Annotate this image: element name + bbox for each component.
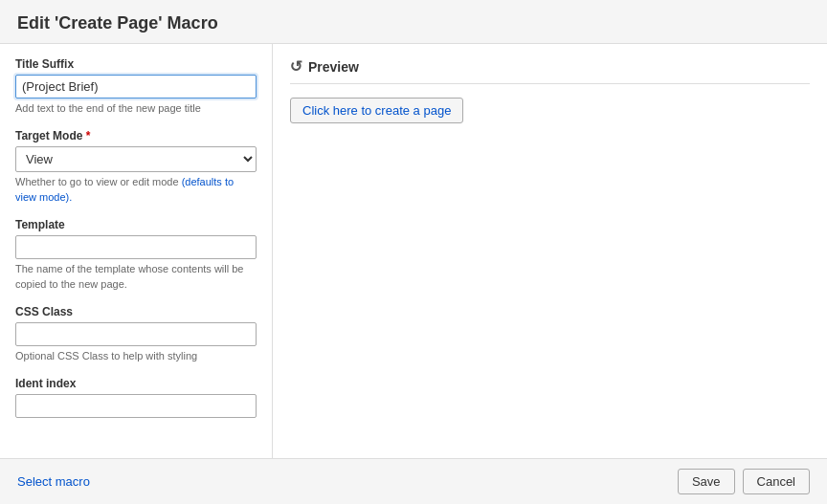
dialog-footer: Select macro Save Cancel bbox=[0, 458, 827, 504]
dialog-body: Title Suffix Add text to the end of the … bbox=[0, 44, 827, 458]
label-target-mode: Target Mode * bbox=[15, 129, 257, 142]
select-target-mode[interactable]: View Edit bbox=[15, 146, 257, 172]
required-marker: * bbox=[86, 129, 91, 142]
field-group-target-mode: Target Mode * View Edit Whether to go to… bbox=[15, 129, 257, 205]
footer-left: Select macro bbox=[17, 474, 90, 489]
field-group-title-suffix: Title Suffix Add text to the end of the … bbox=[15, 57, 257, 116]
input-title-suffix[interactable] bbox=[15, 75, 257, 99]
hint-css-class: Optional CSS Class to help with styling bbox=[15, 349, 257, 363]
hint-template: The name of the template whose contents … bbox=[15, 262, 257, 292]
label-ident-index: Ident index bbox=[15, 377, 257, 390]
footer-right: Save Cancel bbox=[678, 469, 810, 494]
dialog-title: Edit 'Create Page' Macro bbox=[17, 13, 218, 33]
field-group-template: Template The name of the template whose … bbox=[15, 218, 257, 292]
refresh-icon: ↻ bbox=[290, 57, 302, 76]
hint-target-mode: Whether to go to view or edit mode (defa… bbox=[15, 175, 257, 205]
field-group-ident-index: Ident index bbox=[15, 377, 257, 418]
field-group-css-class: CSS Class Optional CSS Class to help wit… bbox=[15, 305, 257, 363]
label-template: Template bbox=[15, 218, 257, 231]
cancel-button[interactable]: Cancel bbox=[743, 469, 810, 494]
select-macro-link[interactable]: Select macro bbox=[17, 474, 90, 489]
preview-header: ↻ Preview bbox=[290, 57, 810, 84]
create-page-button[interactable]: Click here to create a page bbox=[290, 98, 463, 123]
input-css-class[interactable] bbox=[15, 322, 257, 346]
preview-label: Preview bbox=[308, 59, 359, 75]
label-css-class: CSS Class bbox=[15, 305, 257, 318]
input-ident-index[interactable] bbox=[15, 394, 257, 418]
hint-title-suffix: Add text to the end of the new page titl… bbox=[15, 101, 257, 116]
dialog-header: Edit 'Create Page' Macro bbox=[0, 0, 827, 44]
save-button[interactable]: Save bbox=[678, 469, 735, 494]
label-title-suffix: Title Suffix bbox=[15, 57, 257, 71]
right-panel: ↻ Preview Click here to create a page bbox=[273, 44, 827, 458]
left-panel: Title Suffix Add text to the end of the … bbox=[0, 44, 273, 458]
input-template[interactable] bbox=[15, 235, 257, 259]
